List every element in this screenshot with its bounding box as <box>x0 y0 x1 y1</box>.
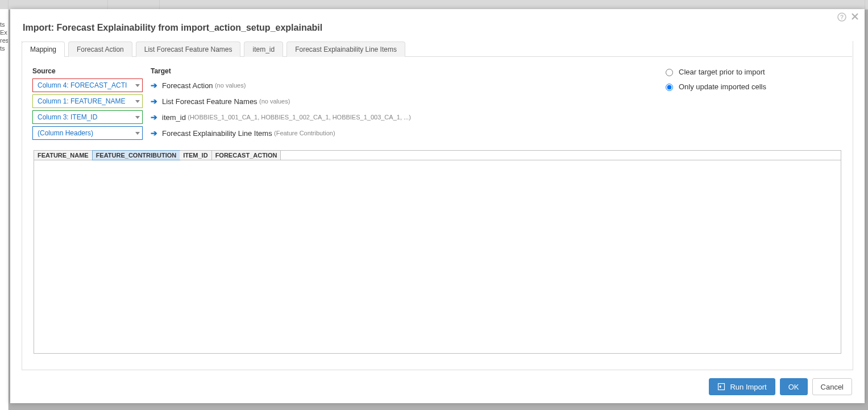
target-hint: (HOBBIES_1_001_CA_1, HOBBIES_1_002_CA_1,… <box>188 114 411 121</box>
tab-list-feature-names[interactable]: List Forecast Feature Names <box>136 42 241 57</box>
chevron-down-icon <box>135 116 140 119</box>
mapping-row: Column 4: FORECAST_ACTI ➔ Forecast Actio… <box>32 78 499 92</box>
svg-text:?: ? <box>840 14 844 20</box>
background-side-text: ts Ex res ts <box>0 9 9 410</box>
mapping-row: (Column Headers) ➔ Forecast Explainabili… <box>32 126 499 140</box>
arrow-right-icon: ➔ <box>151 81 157 90</box>
source-header: Source <box>32 67 151 75</box>
radio-label: Only update imported cells <box>679 82 766 91</box>
target-label: List Forecast Feature Names <box>162 97 258 106</box>
preview-column-feature-name[interactable]: FEATURE_NAME <box>34 151 93 160</box>
target-hint: (no values) <box>259 98 290 105</box>
arrow-right-icon: ➔ <box>151 129 157 138</box>
button-label: Run Import <box>730 383 766 391</box>
ok-button[interactable]: OK <box>780 378 808 395</box>
target-label: item_id <box>162 113 186 122</box>
source-select-forecast-action[interactable]: Column 4: FORECAST_ACTI <box>32 78 143 92</box>
target-label: Forecast Action <box>162 81 213 90</box>
tab-explainability-line-items[interactable]: Forecast Explainability Line Items <box>286 42 405 57</box>
radio-clear-target[interactable] <box>666 69 673 76</box>
target-label: Forecast Explainability Line Items <box>162 129 272 138</box>
import-icon <box>717 383 725 391</box>
help-icon[interactable]: ? <box>837 13 846 22</box>
tab-mapping[interactable]: Mapping <box>22 42 65 57</box>
arrow-right-icon: ➔ <box>151 113 157 122</box>
tab-item-id[interactable]: item_id <box>244 42 283 57</box>
button-label: OK <box>788 383 799 391</box>
preview-column-item-id[interactable]: ITEM_ID <box>180 151 211 160</box>
chevron-down-icon <box>135 132 140 135</box>
mapping-row: Column 1: FEATURE_NAME ➔ List Forecast F… <box>32 94 499 108</box>
select-value: Column 3: ITEM_ID <box>38 113 97 121</box>
preview-grid[interactable]: FEATURE_NAME FEATURE_CONTRIBUTION ITEM_I… <box>34 150 841 354</box>
target-hint: (no values) <box>215 82 246 89</box>
select-value: Column 1: FEATURE_NAME <box>38 97 125 105</box>
arrow-right-icon: ➔ <box>151 97 157 106</box>
select-value: Column 4: FORECAST_ACTI <box>38 81 127 89</box>
modal-title: Import: Forecast Explainability from imp… <box>10 9 865 41</box>
target-header: Target <box>151 67 171 75</box>
preview-column-forecast-action[interactable]: FORECAST_ACTION <box>212 151 281 160</box>
background-header-strip <box>0 0 868 10</box>
mapping-row: Column 3: ITEM_ID ➔ item_id (HOBBIES_1_0… <box>32 110 499 124</box>
tab-forecast-action[interactable]: Forecast Action <box>68 42 132 57</box>
mapping-panel: Mapping Forecast Action List Forecast Fe… <box>22 41 853 370</box>
close-icon[interactable] <box>851 13 859 22</box>
radio-only-update[interactable] <box>666 84 673 91</box>
source-select-column-headers[interactable]: (Column Headers) <box>32 126 143 140</box>
preview-column-feature-contribution[interactable]: FEATURE_CONTRIBUTION <box>92 150 181 160</box>
select-value: (Column Headers) <box>38 129 93 137</box>
import-modal: ? Import: Forecast Explainability from i… <box>10 9 865 403</box>
tab-bar: Mapping Forecast Action List Forecast Fe… <box>22 41 852 57</box>
chevron-down-icon <box>135 100 140 103</box>
run-import-button[interactable]: Run Import <box>709 378 775 395</box>
button-label: Cancel <box>821 383 844 391</box>
chevron-down-icon <box>135 84 140 87</box>
target-hint: (Feature Contribution) <box>274 130 335 136</box>
cancel-button[interactable]: Cancel <box>812 378 852 395</box>
radio-label: Clear target prior to import <box>679 68 765 76</box>
source-select-item-id[interactable]: Column 3: ITEM_ID <box>32 110 143 124</box>
source-select-feature-name[interactable]: Column 1: FEATURE_NAME <box>32 94 143 108</box>
